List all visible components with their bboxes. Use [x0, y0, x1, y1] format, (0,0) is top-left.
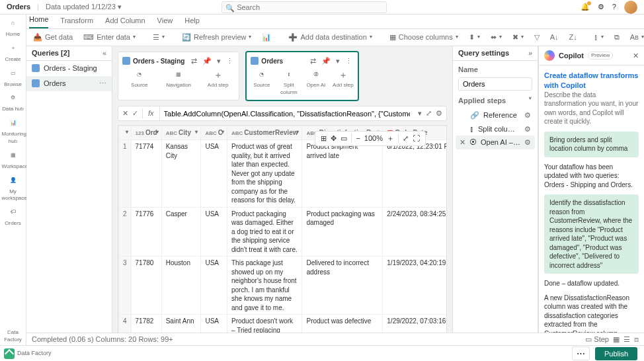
stage-step[interactable]: ＋Add step	[331, 69, 355, 98]
zoom-out-icon[interactable]: −	[356, 134, 360, 143]
options-button[interactable]: ☰	[149, 30, 169, 44]
keep-rows-button[interactable]: ⬌	[487, 30, 506, 44]
chevron-down-icon[interactable]: ▾	[216, 56, 222, 66]
diagram-view-icon[interactable]: ⧈	[634, 335, 639, 344]
nav-orders[interactable]: 🏷Orders	[2, 206, 24, 230]
menu-tab-add-column[interactable]: Add Column	[105, 16, 145, 28]
table-row[interactable]: 271776CasperUSAProduct packaging was dam…	[119, 207, 448, 257]
map-icon[interactable]: ▭	[341, 134, 347, 143]
collapse-settings-icon[interactable]: »	[528, 48, 532, 58]
stage-step[interactable]: ⦿Open AI	[303, 69, 328, 98]
more-icon[interactable]: ⋮	[225, 56, 235, 66]
menu-tab-view[interactable]: View	[157, 16, 173, 28]
nav-my-workspace[interactable]: 👤My workspace	[2, 175, 24, 206]
notifications-icon[interactable]: 🔔	[581, 2, 590, 12]
copilot-intro-link[interactable]: Create dataflow transforms with Copilot	[544, 71, 639, 91]
link-icon[interactable]: ⇄	[190, 56, 198, 66]
zoom-in-icon[interactable]: ＋	[387, 134, 394, 143]
formula-cancel-icon[interactable]: ✕	[122, 108, 128, 118]
link-icon[interactable]: ⇄	[309, 56, 317, 66]
add-data-destination-button[interactable]: ➕ Add data destination	[284, 30, 376, 44]
formula-dropdown-icon[interactable]: ▾	[418, 108, 422, 118]
choose-columns-button[interactable]: ▦ Choose columns	[385, 30, 462, 44]
fit-icon[interactable]: ⊞	[321, 134, 327, 143]
expand-icon[interactable]: ⤢	[403, 134, 409, 143]
remove-rows-button[interactable]: ✖	[508, 30, 528, 44]
collapse-steps-icon[interactable]: ˅	[528, 96, 532, 106]
stage-step[interactable]: ⫿Split column	[276, 69, 301, 98]
fullscreen-icon[interactable]: ⛶	[413, 134, 420, 143]
nav-data-factory[interactable]: Data Factory	[2, 327, 24, 346]
nav-data-hub[interactable]: ⚙Data hub	[2, 92, 24, 116]
avatar[interactable]	[624, 1, 637, 14]
collapse-queries-icon[interactable]: «	[102, 48, 106, 58]
reduce-rows-button[interactable]: ⬍	[465, 30, 484, 44]
menu-tab-home[interactable]: Home	[29, 15, 48, 28]
more-icon[interactable]: ⋯	[99, 79, 106, 89]
step-settings-icon[interactable]: ⚙	[524, 110, 531, 120]
stage-step[interactable]: ◔Source	[249, 69, 274, 98]
step-settings-icon[interactable]: ⚙	[524, 138, 531, 147]
data-updated-label[interactable]: Data updated 1/12/23	[46, 2, 122, 12]
query-item[interactable]: Orders⋯	[26, 76, 112, 91]
query-name-input[interactable]	[458, 77, 532, 91]
pin-icon[interactable]: 📌	[320, 56, 332, 66]
stage-step[interactable]: ▦Navigation	[160, 69, 196, 91]
more-options-button[interactable]: ⋯	[572, 346, 590, 360]
nav-create[interactable]: ＋Create	[2, 42, 24, 66]
formula-settings-icon[interactable]: ⚙	[436, 108, 442, 118]
publish-button[interactable]: Publish	[595, 347, 637, 360]
column-header[interactable]: ABCCity	[161, 126, 201, 140]
table-view-icon[interactable]: ▦	[613, 335, 620, 344]
formula-confirm-icon[interactable]: ✓	[132, 108, 138, 118]
pan-icon[interactable]: ✥	[331, 134, 337, 143]
stage-card[interactable]: Orders⇄📌▾⋮◔Source⫿Split column⦿Open AI＋A…	[246, 52, 358, 100]
chevron-down-icon[interactable]: ▾	[335, 56, 341, 66]
query-item[interactable]: Orders - Staging	[26, 61, 112, 76]
ribbon: 📥 Get data ⌨ Enter data ☰ 🔄 Refresh prev…	[0, 29, 644, 46]
get-data-button[interactable]: 📥 Get data	[29, 30, 77, 44]
data-grid[interactable]: 123OrdABCCityABCCABCCustomerReviewABCDis…	[118, 125, 447, 361]
close-icon[interactable]: ✕	[633, 51, 639, 61]
nav-workspaces[interactable]: ▦Workspaces	[2, 149, 24, 173]
split-column-button[interactable]: ⫿	[590, 30, 608, 44]
enter-data-button[interactable]: ⌨ Enter data	[79, 30, 140, 44]
manage-button[interactable]: 📊	[258, 30, 275, 44]
applied-step[interactable]: ✕⦿Open AI – Dissatisfacti...⚙	[456, 136, 535, 149]
column-header[interactable]: 123Ord	[131, 126, 161, 140]
nav-home[interactable]: ⌂Home	[2, 17, 24, 41]
table-row[interactable]: 371780HoustonUSAThis package just showed…	[119, 257, 448, 315]
step-view-icon[interactable]: ▭ Step	[585, 335, 609, 344]
filter-button[interactable]: ▽	[530, 30, 543, 44]
column-header[interactable]: ABCC	[201, 126, 227, 140]
sort-asc-button[interactable]: A↓	[546, 30, 563, 44]
stage-step[interactable]: ＋Add step	[200, 69, 236, 91]
applied-step[interactable]: ⫿Split column by...⚙	[456, 122, 535, 136]
menu-bar: HomeTransformAdd ColumnViewHelp	[0, 15, 644, 29]
applied-step[interactable]: 🔗Reference⚙	[456, 108, 535, 122]
search-input[interactable]	[221, 1, 387, 13]
group-by-button[interactable]: ⧉	[610, 30, 624, 44]
fx-icon[interactable]: fx	[143, 106, 160, 120]
more-icon[interactable]: ⋮	[344, 56, 354, 66]
delete-step-icon[interactable]: ✕	[460, 138, 465, 147]
refresh-preview-button[interactable]: 🔄 Refresh preview	[178, 30, 255, 44]
breadcrumb[interactable]: Orders	[7, 2, 30, 12]
pin-icon[interactable]: 📌	[201, 56, 213, 66]
sort-desc-button[interactable]: Z↓	[565, 30, 581, 44]
data-type-button[interactable]: Aв	[626, 30, 644, 44]
stage-card[interactable]: Orders - Staging⇄📌▾⋮◔Source▦Navigation＋A…	[118, 52, 239, 100]
schema-view-icon[interactable]: ☰	[624, 335, 630, 344]
help-icon[interactable]: ?	[612, 2, 616, 12]
menu-tab-help[interactable]: Help	[184, 16, 200, 28]
step-settings-icon[interactable]: ⚙	[524, 124, 531, 134]
menu-tab-transform[interactable]: Transform	[60, 16, 93, 28]
nav-browse[interactable]: ▭Browse	[2, 67, 24, 91]
stage-step[interactable]: ◔Source	[121, 69, 157, 91]
formula-expand-icon[interactable]: ⤢	[426, 108, 432, 118]
nav-monitoring-hub[interactable]: 📊Monitoring hub	[2, 117, 24, 148]
table-row[interactable]: 171774Kansas CityUSAProduct was of great…	[119, 140, 448, 208]
settings-icon[interactable]: ⚙	[598, 2, 604, 12]
column-header[interactable]: ABCCustomerReview	[227, 126, 302, 140]
formula-input[interactable]	[160, 108, 414, 120]
